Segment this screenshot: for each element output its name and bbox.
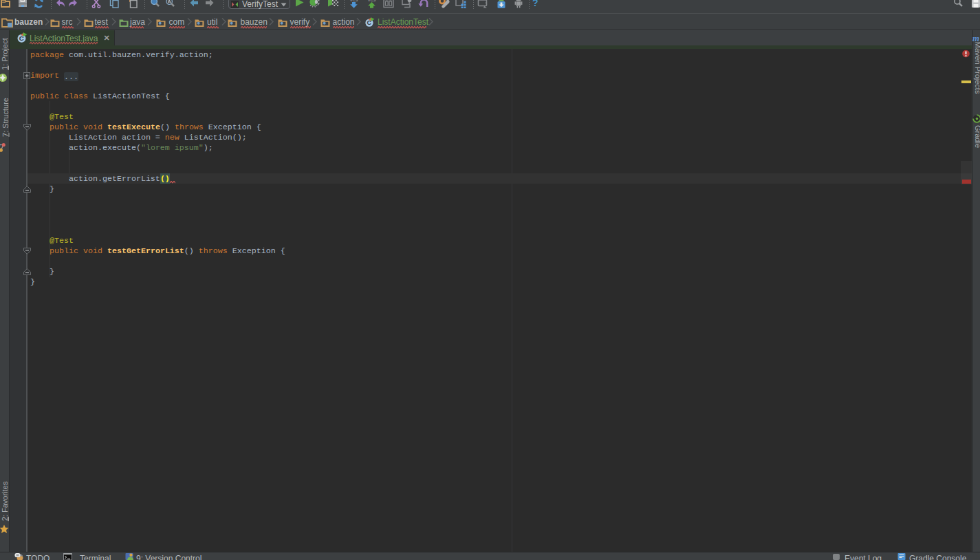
- svg-text:VCS: VCS: [350, 0, 358, 2]
- svg-text:VCS: VCS: [368, 0, 376, 2]
